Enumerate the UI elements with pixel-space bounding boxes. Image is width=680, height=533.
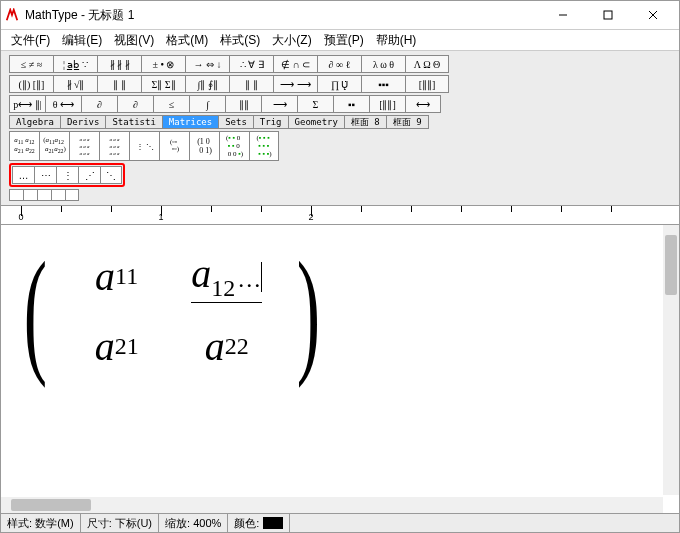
active-cell: a12… [191, 250, 262, 303]
bar-btn[interactable]: ∂ [117, 95, 153, 113]
dots-iddots[interactable]: ⋰ [78, 166, 100, 184]
close-button[interactable] [630, 1, 675, 29]
matrix-template-green-a[interactable]: (▪ ▪ 0 ▪ ▪ 0 0 0 ▪) [219, 131, 249, 161]
cell-base: a [191, 251, 211, 296]
cell-sub: 12 [211, 275, 235, 301]
extra-slot[interactable] [65, 189, 79, 201]
scroll-thumb[interactable] [665, 235, 677, 295]
bar-btn[interactable]: p⟷ ∥| [9, 95, 45, 113]
matrix-template-4x4b[interactable]: a a aa a aa a a [99, 131, 129, 161]
bar-btn[interactable]: Σ [297, 95, 333, 113]
matrix-template-generic[interactable]: (▫▫ ▫▫) [159, 131, 189, 161]
extra-slot[interactable] [23, 189, 37, 201]
tmpl-btn[interactable]: ⟶ ⟶ [273, 75, 317, 93]
status-label: 尺寸: [87, 516, 112, 531]
tab-trig[interactable]: Trig [253, 115, 288, 129]
menu-view[interactable]: 视图(V) [108, 30, 160, 51]
matrix-template-2x2[interactable]: a11 a12a21 a22 [9, 131, 39, 161]
matrix-template-green-b[interactable]: (▪ ▪ ▪ ▪ ▪ ▪ ▪ ▪ ▪) [249, 131, 279, 161]
sym-btn[interactable]: λ ω θ [361, 55, 405, 73]
symbol-row-2: (∥) [∥] ∦ √∥ ∥ ∥ Σ∥ Σ∥ ∫∥ ∮∥ ∥ ∥ ⟶ ⟶ ∏ Ų… [9, 75, 671, 93]
matrix-cell-12[interactable]: a12… [172, 241, 282, 311]
sym-btn[interactable]: → ⇔ ↓ [185, 55, 229, 73]
menu-preset[interactable]: 预置(P) [318, 30, 370, 51]
tab-sets[interactable]: Sets [218, 115, 253, 129]
matrix-cell-22[interactable]: a22 [172, 311, 282, 381]
tmpl-btn[interactable]: ∏ Ų̇ [317, 75, 361, 93]
extra-slot[interactable] [51, 189, 65, 201]
menu-size[interactable]: 大小(Z) [266, 30, 317, 51]
matrix-template-identity[interactable]: (1 0 0 1) [189, 131, 219, 161]
window-controls [540, 1, 675, 29]
maximize-button[interactable] [585, 1, 630, 29]
extra-palette [9, 189, 671, 201]
editor-area: ( a11 a12… a21 [1, 225, 679, 513]
tmpl-btn[interactable]: ∥ ∥ [229, 75, 273, 93]
tmpl-btn[interactable]: (∥) [∥] [9, 75, 53, 93]
cell-sub: 11 [115, 263, 138, 290]
tmpl-btn[interactable]: ∥ ∥ [97, 75, 141, 93]
status-size[interactable]: 尺寸: 下标(U) [81, 514, 159, 532]
tab-matrices[interactable]: Matrices [162, 115, 218, 129]
scroll-thumb[interactable] [11, 499, 91, 511]
sym-btn[interactable]: ∉ ∩ ⊂ [273, 55, 317, 73]
menu-help[interactable]: 帮助(H) [370, 30, 423, 51]
bar-btn[interactable]: [∥∥] [369, 95, 405, 113]
matrix-template-dots[interactable]: ⋮ ⋱ [129, 131, 159, 161]
tab-geometry[interactable]: Geometry [288, 115, 344, 129]
bar-btn[interactable]: ⟷ [405, 95, 441, 113]
dots-ddots[interactable]: ⋱ [100, 166, 122, 184]
matrix-icon: (▪ ▪ ▪ ▪ ▪ ▪ ▪ ▪ ▪) [256, 134, 271, 158]
vertical-scrollbar[interactable] [663, 225, 679, 495]
bar-btn[interactable]: ▪▪ [333, 95, 369, 113]
menu-edit[interactable]: 编辑(E) [56, 30, 108, 51]
equation-canvas[interactable]: ( a11 a12… a21 [2, 226, 678, 512]
status-bar: 样式: 数学(M) 尺寸: 下标(U) 缩放: 400% 颜色: [1, 513, 679, 532]
bar-btn[interactable]: θ ⟷ [45, 95, 81, 113]
tmpl-btn[interactable]: ▪▪▪ [361, 75, 405, 93]
extra-slot[interactable] [37, 189, 51, 201]
ruler[interactable]: 0 1 2 [1, 206, 679, 225]
bar-btn[interactable]: ⟶ [261, 95, 297, 113]
menu-format[interactable]: 格式(M) [160, 30, 214, 51]
tab-9[interactable]: 框面 9 [386, 115, 429, 129]
dots-ldots[interactable]: … [12, 166, 34, 184]
right-paren-icon: ) [296, 241, 319, 381]
horizontal-scrollbar[interactable] [1, 497, 663, 513]
bar-btn[interactable]: ∥∥ [225, 95, 261, 113]
cell-dots: … [237, 266, 259, 292]
bar-btn[interactable]: ∂ [81, 95, 117, 113]
matrix-cell-11[interactable]: a11 [62, 241, 172, 311]
status-color[interactable]: 颜色: [228, 514, 290, 532]
tmpl-btn[interactable]: ∫∥ ∮∥ [185, 75, 229, 93]
status-style[interactable]: 样式: 数学(M) [1, 514, 81, 532]
tab-algebra[interactable]: Algebra [9, 115, 60, 129]
extra-slot[interactable] [9, 189, 23, 201]
dots-palette: … ⋯ ⋮ ⋰ ⋱ [9, 163, 125, 187]
menu-file[interactable]: 文件(F) [5, 30, 56, 51]
menu-style[interactable]: 样式(S) [214, 30, 266, 51]
matrix-template-paren[interactable]: (a11a12 a21a22) [39, 131, 69, 161]
status-zoom[interactable]: 缩放: 400% [159, 514, 228, 532]
sym-btn[interactable]: ± • ⊗ [141, 55, 185, 73]
tmpl-btn[interactable]: [∥∥] [405, 75, 449, 93]
tmpl-btn[interactable]: Σ∥ Σ∥ [141, 75, 185, 93]
dots-vdots[interactable]: ⋮ [56, 166, 78, 184]
tab-statistics[interactable]: Statisti [105, 115, 161, 129]
tab-derivs[interactable]: Derivs [60, 115, 106, 129]
tab-8[interactable]: 框面 8 [344, 115, 386, 129]
tmpl-btn[interactable]: ∦ √∥ [53, 75, 97, 93]
minimize-button[interactable] [540, 1, 585, 29]
sym-btn[interactable]: ∴ ∀ ∃ [229, 55, 273, 73]
sym-btn[interactable]: ∦ ∦ ∦ [97, 55, 141, 73]
bar-btn[interactable]: ∫ [189, 95, 225, 113]
sym-btn[interactable]: ∂ ∞ ℓ [317, 55, 361, 73]
matrix-template-4x4a[interactable]: a a aa a aa a a [69, 131, 99, 161]
sym-btn[interactable]: Λ Ω Θ [405, 55, 449, 73]
cell-base: a [95, 253, 115, 300]
sym-btn[interactable]: ≤ ≠ ≈ [9, 55, 53, 73]
bar-btn[interactable]: ≤ [153, 95, 189, 113]
matrix-cell-21[interactable]: a21 [62, 311, 172, 381]
dots-cdots[interactable]: ⋯ [34, 166, 56, 184]
sym-btn[interactable]: ¦ a̲b̲ ∵ [53, 55, 97, 73]
